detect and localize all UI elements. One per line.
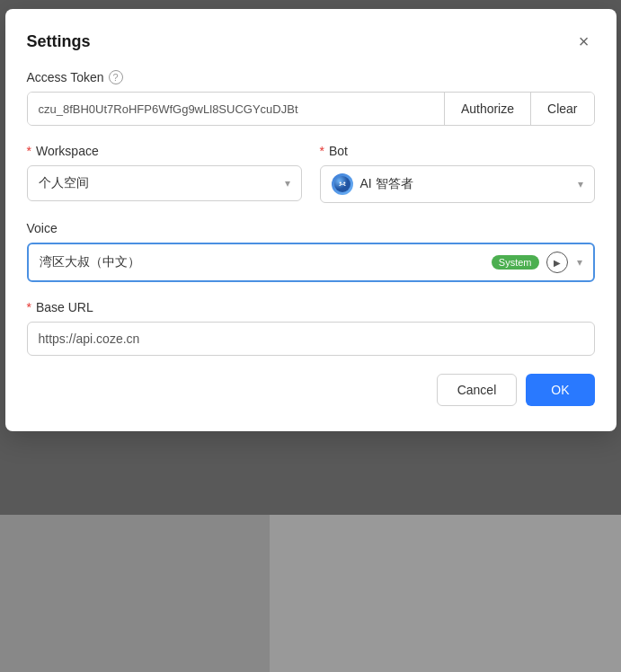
base-url-field: * Base URL: [27, 300, 595, 356]
clear-button[interactable]: Clear: [530, 93, 593, 125]
workspace-field: * Workspace 个人空间 ▾: [27, 144, 302, 203]
access-token-label: Access Token ?: [27, 70, 595, 84]
voice-field: Voice 湾区大叔（中文） System ▶ ▾: [27, 221, 595, 282]
system-badge: System: [492, 255, 539, 270]
voice-label: Voice: [27, 221, 595, 235]
workspace-chevron-icon: ▾: [285, 177, 290, 190]
base-url-label: * Base URL: [27, 300, 595, 314]
bot-field: * Bot: [320, 144, 595, 203]
workspace-bot-row: * Workspace 个人空间 ▾ * Bot: [27, 144, 595, 203]
close-button[interactable]: ×: [573, 31, 595, 52]
workspace-label: * Workspace: [27, 144, 302, 158]
help-icon[interactable]: ?: [109, 70, 123, 84]
bg-right: [271, 515, 621, 672]
svg-point-1: [339, 181, 341, 183]
cancel-button[interactable]: Cancel: [437, 374, 518, 406]
bot-label: * Bot: [320, 144, 595, 158]
ok-button[interactable]: OK: [526, 374, 594, 406]
bg-left: [0, 515, 270, 672]
svg-point-2: [343, 181, 345, 183]
dialog-header: Settings ×: [27, 31, 595, 52]
background-panel: [0, 515, 621, 672]
play-button[interactable]: ▶: [546, 252, 568, 273]
settings-dialog: Settings × Access Token ? Authorize Clea…: [5, 9, 617, 431]
workspace-value: 个人空间: [39, 175, 285, 191]
bot-avatar: [332, 173, 353, 195]
voice-chevron-icon: ▾: [577, 256, 582, 269]
access-token-field: Access Token ? Authorize Clear: [27, 70, 595, 144]
token-row: Authorize Clear: [27, 92, 595, 126]
token-input[interactable]: [28, 93, 444, 125]
workspace-select[interactable]: 个人空间 ▾: [27, 165, 302, 201]
voice-select[interactable]: 湾区大叔（中文） System ▶ ▾: [27, 243, 595, 282]
dialog-footer: Cancel OK: [27, 374, 595, 406]
voice-value: 湾区大叔（中文）: [40, 254, 484, 270]
bot-select[interactable]: AI 智答者 ▾: [320, 165, 595, 203]
bot-chevron-icon: ▾: [578, 178, 583, 190]
authorize-button[interactable]: Authorize: [445, 93, 530, 125]
base-url-input[interactable]: [27, 322, 595, 356]
dialog-title: Settings: [27, 32, 91, 51]
bot-value: AI 智答者: [360, 176, 578, 192]
